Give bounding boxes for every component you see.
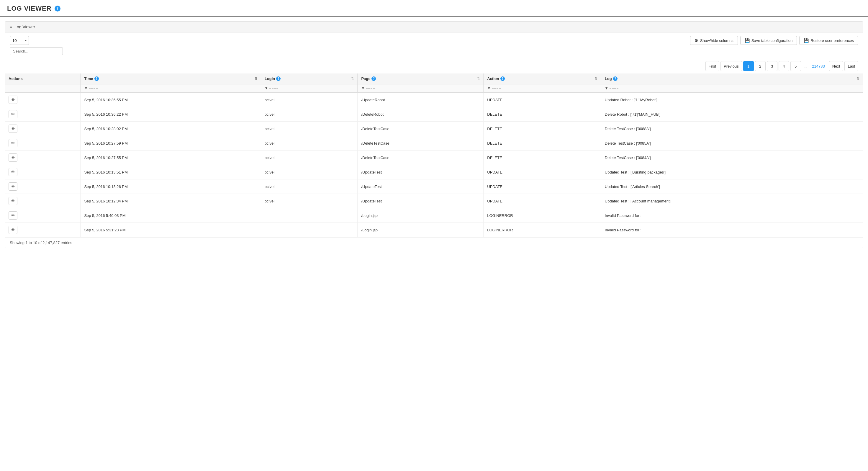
view-button-7[interactable]: 👁 bbox=[8, 197, 18, 205]
eye-icon: 👁 bbox=[11, 141, 15, 146]
cell-log-6: Updated Test : ['Articles Search'] bbox=[601, 179, 863, 194]
log-sort-icon[interactable]: ⇅ bbox=[857, 77, 860, 81]
cell-log-8: Invalid Password for : bbox=[601, 208, 863, 223]
table-row: 👁 Sep 5, 2016 10:12:34 PM bcivel /Update… bbox=[5, 194, 863, 208]
cell-log-1: Delete Robot : ['71'|'MAIN_HUB'] bbox=[601, 107, 863, 122]
search-input[interactable] bbox=[10, 47, 63, 55]
login-sort-icon[interactable]: ⇅ bbox=[351, 77, 354, 81]
cell-log-3: Delete TestCase : ['0085A'] bbox=[601, 136, 863, 150]
action-help-icon[interactable]: ? bbox=[500, 77, 505, 81]
page-4-button[interactable]: 4 bbox=[779, 61, 789, 71]
table-row: 👁 Sep 5, 2016 10:36:22 PM bcivel /Delete… bbox=[5, 107, 863, 122]
cell-action-1: DELETE bbox=[484, 107, 601, 122]
rows-select-input[interactable]: 10 25 50 100 bbox=[10, 36, 29, 45]
table-wrapper: Actions Time ? ⇅ Login bbox=[5, 73, 863, 237]
cell-actions-8: 👁 bbox=[5, 208, 81, 223]
restore-preferences-button[interactable]: 💾 Restore user preferences bbox=[799, 36, 858, 45]
main-container: ≡ Log Viewer 10 25 50 100 ⚙ Show/hid bbox=[0, 17, 868, 253]
cell-log-7: Updated Test : ['Account management'] bbox=[601, 194, 863, 208]
cell-login-3: bcivel bbox=[261, 136, 358, 150]
login-help-icon[interactable]: ? bbox=[276, 77, 281, 81]
table-body: 👁 Sep 5, 2016 10:36:55 PM bcivel /Update… bbox=[5, 92, 863, 237]
save-table-config-label: Save table configuration bbox=[751, 38, 793, 43]
cell-action-2: DELETE bbox=[484, 122, 601, 136]
page-help-icon[interactable]: ? bbox=[371, 77, 376, 81]
view-button-4[interactable]: 👁 bbox=[8, 153, 18, 162]
cell-time-7: Sep 5, 2016 10:12:34 PM bbox=[81, 194, 261, 208]
cell-action-7: UPDATE bbox=[484, 194, 601, 208]
time-help-icon[interactable]: ? bbox=[94, 77, 99, 81]
filter-login-icon[interactable]: ▼ bbox=[265, 86, 268, 90]
cell-page-4: /DeleteTestCase bbox=[358, 150, 484, 165]
col-time-label: Time bbox=[84, 77, 93, 81]
cell-time-1: Sep 5, 2016 10:36:22 PM bbox=[81, 107, 261, 122]
eye-icon: 👁 bbox=[11, 155, 15, 160]
col-log: Log ? ⇅ bbox=[601, 73, 863, 84]
cell-actions-6: 👁 bbox=[5, 179, 81, 194]
filter-action-icon[interactable]: ▼ bbox=[487, 86, 491, 90]
cell-action-4: DELETE bbox=[484, 150, 601, 165]
cell-login-0: bcivel bbox=[261, 92, 358, 107]
eye-icon: 👁 bbox=[11, 184, 15, 189]
page-title: LOG VIEWER bbox=[7, 5, 52, 12]
next-page-button[interactable]: Next bbox=[829, 61, 843, 71]
eye-icon: 👁 bbox=[11, 126, 15, 131]
cell-login-2: bcivel bbox=[261, 122, 358, 136]
cell-login-6: bcivel bbox=[261, 179, 358, 194]
col-page-label: Page bbox=[361, 77, 370, 81]
filter-login-line bbox=[269, 88, 278, 89]
cell-time-5: Sep 5, 2016 10:13:51 PM bbox=[81, 165, 261, 179]
action-sort-icon[interactable]: ⇅ bbox=[595, 77, 597, 81]
view-button-8[interactable]: 👁 bbox=[8, 211, 18, 219]
last-page-button[interactable]: Last bbox=[844, 61, 858, 71]
cell-log-5: Updated Test : ['Bursting packages'] bbox=[601, 165, 863, 179]
view-button-9[interactable]: 👁 bbox=[8, 226, 18, 234]
previous-page-button[interactable]: Previous bbox=[720, 61, 742, 71]
page-jump-button[interactable]: 214783 bbox=[809, 61, 828, 71]
cell-page-1: /DeleteRobot bbox=[358, 107, 484, 122]
cell-actions-1: 👁 bbox=[5, 107, 81, 122]
view-button-1[interactable]: 👁 bbox=[8, 110, 18, 118]
eye-icon: 👁 bbox=[11, 97, 15, 102]
cell-login-4: bcivel bbox=[261, 150, 358, 165]
cell-action-9: LOGINERROR bbox=[484, 223, 601, 237]
col-login: Login ? ⇅ bbox=[261, 73, 358, 84]
page-2-button[interactable]: 2 bbox=[755, 61, 766, 71]
view-button-5[interactable]: 👁 bbox=[8, 168, 18, 176]
eye-icon: 👁 bbox=[11, 112, 15, 117]
save-table-config-button[interactable]: 💾 Save table configuration bbox=[740, 36, 797, 45]
time-sort-icon[interactable]: ⇅ bbox=[255, 77, 257, 81]
filter-log-icon[interactable]: ▼ bbox=[605, 86, 608, 90]
view-button-3[interactable]: 👁 bbox=[8, 139, 18, 147]
page-3-button[interactable]: 3 bbox=[767, 61, 777, 71]
page-header: LOG VIEWER ? bbox=[0, 0, 868, 17]
pagination-top: First Previous 1 2 3 4 5 ... 214783 Next… bbox=[5, 59, 863, 73]
view-button-6[interactable]: 👁 bbox=[8, 182, 18, 190]
page-5-button[interactable]: 5 bbox=[790, 61, 801, 71]
view-button-2[interactable]: 👁 bbox=[8, 124, 18, 133]
log-help-icon[interactable]: ? bbox=[613, 77, 618, 81]
filter-page: ▼ bbox=[358, 84, 484, 92]
panel-title: Log Viewer bbox=[14, 25, 35, 29]
cell-log-4: Delete TestCase : ['0084A'] bbox=[601, 150, 863, 165]
view-button-0[interactable]: 👁 bbox=[8, 96, 18, 104]
show-hide-columns-button[interactable]: ⚙ Show/hide columns bbox=[690, 36, 738, 45]
table-row: 👁 Sep 5, 2016 10:13:51 PM bcivel /Update… bbox=[5, 165, 863, 179]
cell-page-6: /UpdateTest bbox=[358, 179, 484, 194]
cell-login-9 bbox=[261, 223, 358, 237]
eye-icon: 👁 bbox=[11, 228, 15, 232]
cell-log-0: Updated Robot : ['1'|'MyRobot'] bbox=[601, 92, 863, 107]
cell-action-8: LOGINERROR bbox=[484, 208, 601, 223]
filter-page-icon[interactable]: ▼ bbox=[361, 86, 365, 90]
rows-per-page-select[interactable]: 10 25 50 100 bbox=[10, 36, 63, 45]
page-help-icon[interactable]: ? bbox=[55, 6, 60, 11]
filter-time-icon[interactable]: ▼ bbox=[84, 86, 88, 90]
page-sort-icon[interactable]: ⇅ bbox=[477, 77, 480, 81]
first-page-button[interactable]: First bbox=[706, 61, 719, 71]
filter-time: ▼ bbox=[81, 84, 261, 92]
filter-actions bbox=[5, 84, 81, 92]
page-1-button[interactable]: 1 bbox=[743, 61, 754, 71]
cell-action-0: UPDATE bbox=[484, 92, 601, 107]
cell-time-8: Sep 5, 2016 5:40:03 PM bbox=[81, 208, 261, 223]
toolbar: 10 25 50 100 ⚙ Show/hide columns 💾 Save … bbox=[5, 32, 863, 59]
